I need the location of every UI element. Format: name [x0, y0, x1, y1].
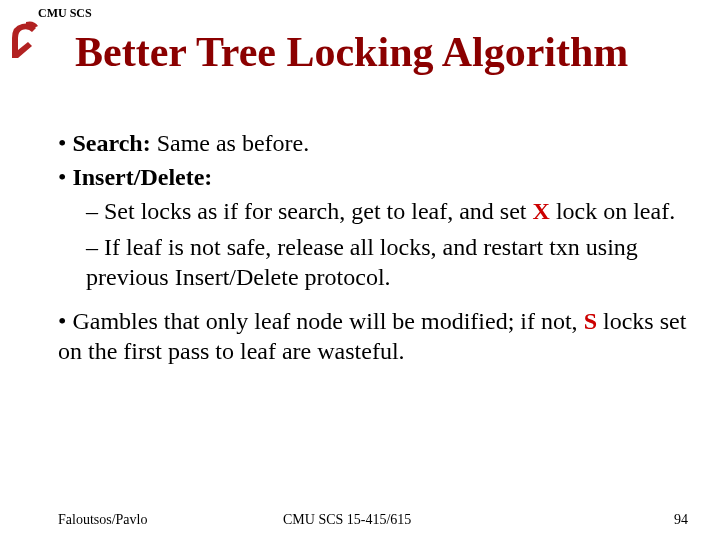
dept-header: CMU SCS: [38, 6, 92, 21]
bullet-search: • Search: Same as before.: [58, 128, 690, 158]
sub-bullets: – Set locks as if for search, get to lea…: [86, 196, 690, 292]
bullet-gambles: • Gambles that only leaf node will be mo…: [58, 306, 690, 366]
slide-title: Better Tree Locking Algorithm: [75, 28, 628, 76]
bullet-insert-delete-label: Insert/Delete:: [72, 164, 212, 190]
s-lock: S: [584, 308, 597, 334]
b3-pre: • Gambles that only leaf node will be mo…: [58, 308, 584, 334]
sub-bullet-setlocks: – Set locks as if for search, get to lea…: [86, 196, 690, 226]
slide-body: • Search: Same as before. • Insert/Delet…: [58, 128, 690, 370]
slide-footer: Faloutsos/Pavlo CMU SCS 15-415/615 94: [58, 512, 688, 528]
bullet-search-label: Search:: [72, 130, 150, 156]
sub1-post: lock on leaf.: [550, 198, 675, 224]
footer-authors: Faloutsos/Pavlo: [58, 512, 283, 528]
footer-course: CMU SCS 15-415/615: [283, 512, 648, 528]
sub-bullet-notsafe: – If leaf is not safe, release all locks…: [86, 232, 690, 292]
griffin-logo-icon: [8, 18, 40, 60]
footer-page-number: 94: [648, 512, 688, 528]
bullet-search-text: Same as before.: [151, 130, 310, 156]
x-lock: X: [533, 198, 550, 224]
sub1-pre: – Set locks as if for search, get to lea…: [86, 198, 533, 224]
bullet-insert-delete: • Insert/Delete:: [58, 162, 690, 192]
